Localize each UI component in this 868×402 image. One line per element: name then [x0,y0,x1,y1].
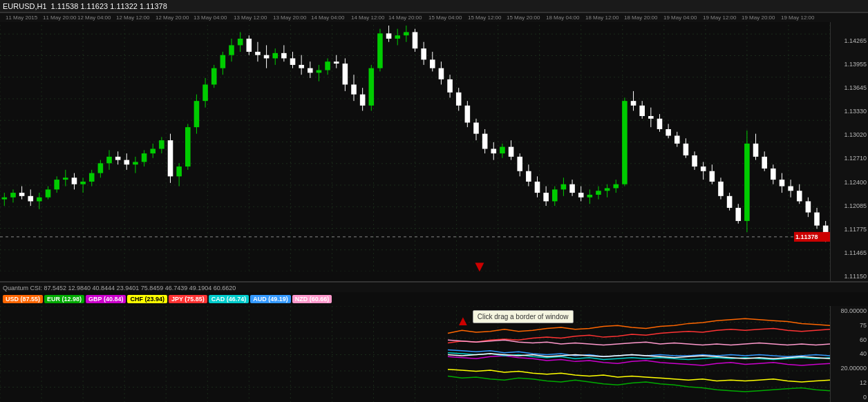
time-label: 13 May 12:00 [234,15,267,21]
time-label: 12 May 04:00 [77,15,111,21]
symbol-label: EURUSD,H1 [3,2,47,10]
currency-badge: GBP (40.84) [86,295,126,303]
time-label: 14 May 12:00 [351,15,384,21]
time-label: 12 May 20:00 [155,15,189,21]
time-label: 15 May 20:00 [507,15,540,21]
time-label: 18 May 20:00 [624,15,657,21]
arrow-up-icon: ▲ [456,313,470,329]
time-label: 19 May 20:00 [742,15,775,21]
indicator-chart [0,306,830,402]
indicator-level: 40 [832,350,867,357]
currency-badge: EUR (12.98) [44,295,84,303]
tooltip-box: Click drag a border of window [473,310,574,323]
price-level: 1.14265 [832,37,867,44]
indicator-header-label: Quantum CSI: 87.5452 12.9840 40.8444 23.… [0,283,868,292]
price-level: 1.12400 [832,179,867,186]
candlestick-chart [0,12,830,271]
price-level: 1.11150 [832,273,867,280]
price-scale: 1.145801.142651.139551.136451.133301.130… [830,12,868,281]
price-level: 1.13020 [832,131,867,138]
currency-badge: AUD (49.19) [250,295,291,303]
price-level: 1.13330 [832,108,867,115]
currency-badge: JPY (75.85) [169,295,207,303]
price-level: 1.11465 [832,249,867,256]
indicator-level: 20.00000 [832,365,867,372]
currency-badge: USD (87.55) [3,295,43,303]
time-label: 19 May 04:00 [663,15,697,21]
currency-badge: CAD (46.74) [209,295,249,303]
price-level: 1.13645 [832,84,867,91]
price-level: 1.11775 [832,226,867,233]
time-label: 18 May 04:00 [546,15,579,21]
time-label: 13 May 04:00 [194,15,227,21]
price-level: 1.12085 [832,202,867,209]
tooltip-container: ▲ Click drag a border of window [456,310,574,329]
time-axis: 11 May 201511 May 20:0012 May 04:0012 Ma… [0,12,868,22]
time-label: 19 May 12:00 [703,15,736,21]
time-label: 18 May 12:00 [585,15,619,21]
currency-badges-row: USD (87.55)EUR (12.98)GBP (40.84)CHF (23… [0,292,868,306]
currency-badge: CHF (23.94) [127,295,167,303]
time-label: 14 May 04:00 [311,15,344,21]
indicator-level: 0 [832,394,867,401]
time-label: 15 May 12:00 [468,15,501,21]
main-container: EURUSD,H1 1.11538 1.11623 1.11322 1.1137… [0,0,868,402]
time-label: 13 May 20:00 [273,15,306,21]
time-label: 14 May 20:00 [388,15,422,21]
ohlc-values: 1.11538 1.11623 1.11322 1.11378 [51,2,167,10]
time-label: 19 May 12:00 [781,15,814,21]
indicator-level: 60 [832,336,867,343]
price-level: 1.12710 [832,155,867,162]
indicator-scale: 80.0000075604020.00000120 [830,306,868,402]
indicator-level: 80.00000 [832,307,867,314]
time-label: 11 May 2015 [6,15,37,21]
price-level: 1.13955 [832,61,867,68]
time-label: 12 May 12:00 [116,15,149,21]
price-chart-area[interactable]: ▼ 1.145801.142651.139551.136451.133301.1… [0,12,868,281]
chart-header: EURUSD,H1 1.11538 1.11623 1.11322 1.1137… [0,0,868,12]
down-arrow-icon: ▼ [472,258,487,276]
time-label: 15 May 04:00 [428,15,462,21]
currency-badge: NZD (60.66) [292,295,332,303]
indicator-level: 75 [832,322,867,329]
indicator-level: 12 [832,379,867,386]
time-label: 11 May 20:00 [43,15,76,21]
indicator-panel[interactable]: Quantum CSI: 87.5452 12.9840 40.8444 23.… [0,281,868,402]
